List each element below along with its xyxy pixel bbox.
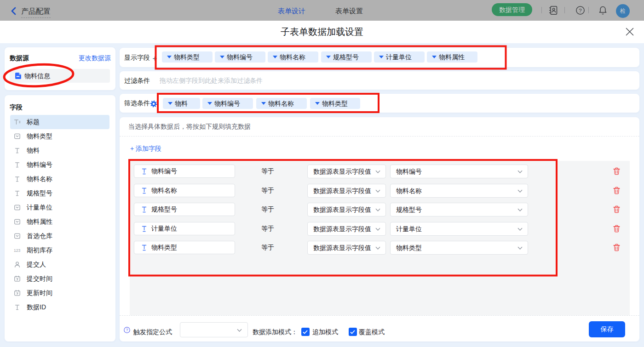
svg-text:?: ? [579, 8, 581, 13]
svg-text:123: 123 [14, 248, 20, 253]
svg-text:?: ? [126, 328, 128, 332]
